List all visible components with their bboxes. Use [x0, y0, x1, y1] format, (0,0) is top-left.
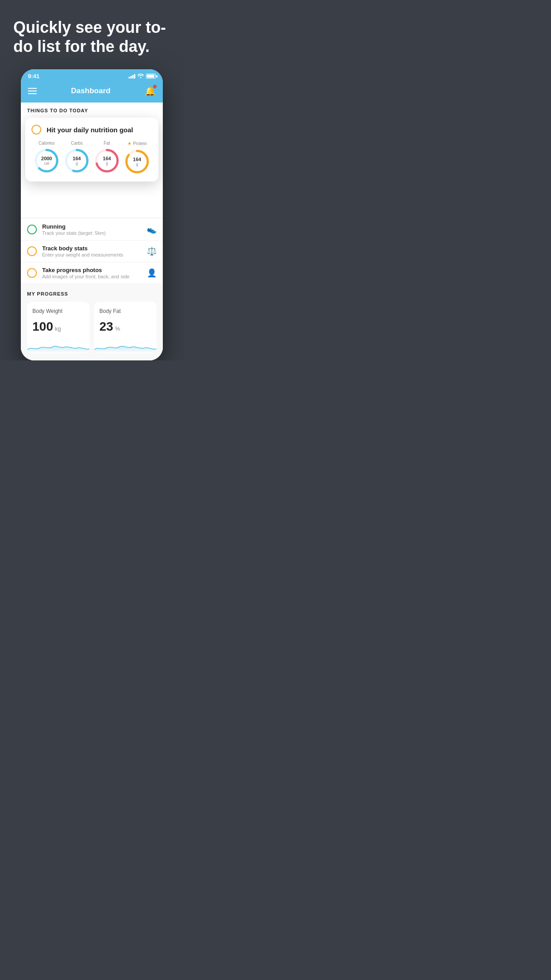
nutrition-grid: Calories 2000 cal Carbs 164 g: [31, 141, 152, 174]
battery-icon: [146, 74, 156, 79]
todo-icon: ⚖️: [147, 246, 157, 256]
progress-chart: [94, 337, 157, 353]
status-time: 9:41: [28, 73, 39, 79]
hero-headline: Quickly see your to-do list for the day.: [13, 18, 170, 56]
progress-card-title: Body Fat: [99, 308, 151, 314]
progress-section: MY PROGRESS Body Weight 100 kg Body Fat: [21, 284, 163, 360]
todo-item[interactable]: Take progress photos Add images of your …: [21, 262, 163, 284]
status-bar: 9:41: [21, 69, 163, 81]
progress-grid: Body Weight 100 kg Body Fat 23 %: [27, 302, 157, 360]
hero-section: Quickly see your to-do list for the day.: [0, 0, 184, 65]
progress-card-title: Body Weight: [32, 308, 84, 314]
nutrition-label: ★ Protein: [127, 141, 147, 146]
todo-title: Track body stats: [42, 245, 142, 252]
nutrition-ring: 164 g: [94, 148, 120, 174]
progress-card[interactable]: Body Fat 23 %: [94, 302, 157, 353]
todo-item[interactable]: Track body stats Enter your weight and m…: [21, 241, 163, 262]
nutrition-label: Carbs: [71, 141, 83, 146]
progress-unit: kg: [55, 325, 61, 332]
todo-subtitle: Enter your weight and measurements: [42, 252, 142, 257]
todo-icon: 👟: [147, 225, 157, 234]
status-icons: [129, 73, 156, 79]
todo-checkbox[interactable]: [27, 225, 37, 234]
nutrition-label: Fat: [104, 141, 110, 146]
todo-title: Take progress photos: [42, 267, 142, 273]
header-title: Dashboard: [71, 87, 110, 95]
featured-task-card: Hit your daily nutrition goal Calories 2…: [25, 118, 158, 182]
wifi-icon: [138, 73, 144, 79]
todo-subtitle: Track your stats (target: 5km): [42, 230, 142, 236]
featured-task-title: Hit your daily nutrition goal: [47, 126, 133, 134]
signal-icon: [129, 74, 135, 79]
menu-button[interactable]: [28, 88, 37, 94]
todo-title: Running: [42, 223, 142, 230]
nutrition-item-carbs: Carbs 164 g: [64, 141, 90, 174]
app-header: Dashboard 🔔: [21, 81, 163, 103]
nutrition-item-protein: ★ Protein 164 g: [124, 141, 150, 174]
progress-card[interactable]: Body Weight 100 kg: [27, 302, 90, 353]
todo-list: Running Track your stats (target: 5km) 👟…: [21, 219, 163, 284]
todo-subtitle: Add images of your front, back, and side: [42, 274, 142, 279]
phone-mockup: 9:41: [21, 69, 163, 360]
app-content: THINGS TO DO TODAY Hit your daily nutrit…: [21, 103, 163, 360]
star-icon: ★: [127, 141, 132, 146]
todo-checkbox[interactable]: [27, 246, 37, 256]
nutrition-ring: 164 g: [64, 148, 90, 174]
progress-unit: %: [115, 325, 120, 332]
task-checkbox-nutrition[interactable]: [31, 125, 41, 134]
todo-item[interactable]: Running Track your stats (target: 5km) 👟: [21, 219, 163, 241]
progress-chart: [27, 337, 90, 353]
nutrition-label: Calories: [39, 141, 55, 146]
notification-bell[interactable]: 🔔: [145, 86, 156, 96]
notification-dot: [153, 85, 157, 88]
nutrition-item-fat: Fat 164 g: [94, 141, 120, 174]
todo-icon: 👤: [147, 268, 157, 278]
todo-checkbox[interactable]: [27, 268, 37, 278]
progress-value: 23: [99, 320, 113, 334]
nutrition-item-calories: Calories 2000 cal: [34, 141, 59, 174]
nutrition-ring: 164 g: [124, 149, 150, 174]
nutrition-ring: 2000 cal: [34, 148, 59, 174]
things-to-do-header: THINGS TO DO TODAY: [27, 108, 157, 113]
progress-header: MY PROGRESS: [27, 291, 157, 296]
progress-value: 100: [32, 320, 53, 334]
featured-task-row: Hit your daily nutrition goal: [31, 125, 152, 134]
page-background: Quickly see your to-do list for the day.…: [0, 0, 184, 360]
